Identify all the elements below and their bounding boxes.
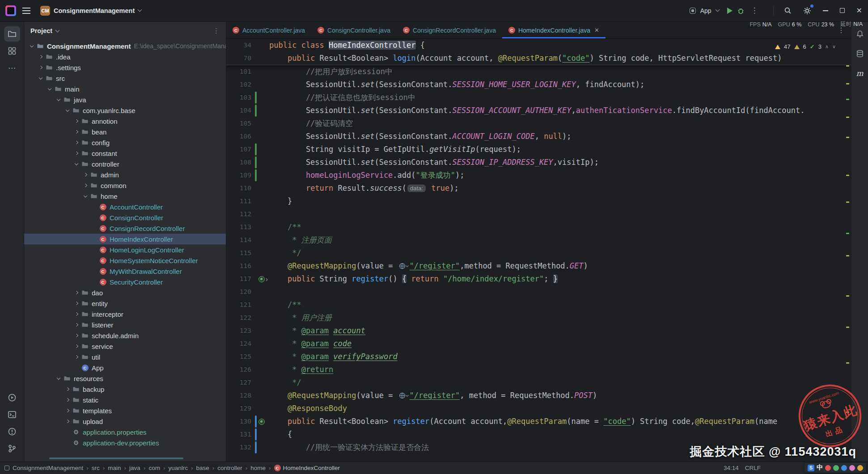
debug-button[interactable] [737, 7, 745, 14]
chevron-right-icon[interactable] [72, 152, 80, 155]
minimize-button[interactable] [817, 0, 834, 21]
code-line-70[interactable]: 70 public Result<Boolean> login(Account … [226, 52, 851, 65]
tree-item-bean[interactable]: bean [24, 126, 226, 137]
code-line-108[interactable]: 108 SessionUtil.set(SessionConstant.SESS… [226, 156, 851, 169]
tree-item-.idea[interactable]: .idea [24, 51, 226, 62]
chevron-right-icon[interactable] [72, 313, 80, 315]
tree-item-ConsignController[interactable]: CConsignController [24, 212, 226, 223]
tree-item-controller[interactable]: controller [24, 159, 226, 169]
breadcrumb-item[interactable]: yuanlrc [168, 465, 188, 471]
change-marker[interactable] [255, 92, 257, 104]
code-line-113[interactable]: 113 /** [226, 221, 851, 234]
tree-item-MyWithDrawalController[interactable]: CMyWithDrawalController [24, 266, 226, 277]
chevron-down-icon[interactable] [715, 8, 720, 12]
code-line-104[interactable]: 104 SessionUtil.set(SessionConstant.SESS… [226, 104, 851, 117]
url-globe-icon[interactable] [399, 263, 408, 269]
code-line-131[interactable]: 131 { [226, 428, 851, 441]
tree-item-listener[interactable]: listener [24, 319, 226, 330]
line-separator-widget[interactable]: CRLF [745, 465, 761, 471]
chevron-down-icon[interactable] [37, 78, 45, 79]
tree-item-AccountController[interactable]: CAccountController [24, 201, 226, 212]
tree-item-HomeSystemNoticeController[interactable]: CHomeSystemNoticeController [24, 255, 226, 266]
tree-item-backup[interactable]: backup [24, 384, 226, 394]
tree-item-constant[interactable]: constant [24, 148, 226, 159]
chevron-right-icon[interactable] [72, 345, 80, 348]
code-line-112[interactable]: 112 [226, 208, 851, 221]
chevron-down-icon[interactable] [64, 110, 72, 111]
tree-item-main[interactable]: main [24, 84, 226, 94]
code-line-117[interactable]: 117› public String register() { return "… [226, 273, 851, 285]
code-line-114[interactable]: 114 * 注册页面 [226, 234, 851, 247]
ime-logo[interactable]: S [808, 465, 814, 471]
tab-ConsignController.java[interactable]: CConsignController.java [311, 22, 397, 38]
chevron-right-icon[interactable] [37, 66, 45, 69]
input-method-bar[interactable]: S 中 [804, 463, 866, 473]
notifications-icon[interactable] [852, 26, 868, 42]
code-line-120[interactable]: 120 [226, 285, 851, 298]
tree-item-App[interactable]: CApp [24, 362, 226, 373]
chevron-right-icon[interactable] [64, 398, 72, 401]
spring-bean-icon[interactable] [258, 419, 265, 425]
tree-item-resources[interactable]: resources [24, 373, 226, 384]
run-config-name[interactable]: App [700, 7, 711, 14]
problems-icon[interactable] [4, 424, 20, 439]
code-line-128[interactable]: 128 @RequestMapping(value = "/register",… [226, 389, 851, 402]
code-line-116[interactable]: 116 @RequestMapping(value = "/register",… [226, 260, 851, 273]
database-icon[interactable] [852, 46, 868, 61]
chevron-right-icon[interactable] [37, 55, 45, 58]
chevron-right-icon[interactable] [72, 334, 80, 337]
code-line-107[interactable]: 107 String visitIp = GetIpUtil.getVisitI… [226, 143, 851, 156]
tree-item-static[interactable]: static [24, 394, 226, 405]
tab-HomeIndexController.java[interactable]: CHomeIndexController.java✕ [502, 22, 605, 38]
maximize-button[interactable] [834, 0, 851, 21]
code-editor[interactable]: 101 //把用户放到session中102 SessionUtil.set(S… [226, 65, 851, 461]
breadcrumb-item[interactable]: base [196, 465, 209, 471]
project-icon[interactable] [4, 26, 20, 42]
breadcrumb-item[interactable]: ConsignmentManagement [13, 465, 83, 471]
code-line-115[interactable]: 115 */ [226, 247, 851, 260]
tree-item-.settings[interactable]: .settings [24, 62, 226, 73]
code-line-130[interactable]: 130 public Result<Boolean> register(Acco… [226, 415, 851, 428]
tab-AccountController.java[interactable]: CAccountController.java [226, 22, 311, 38]
breadcrumb-item[interactable]: CHomeIndexController [274, 465, 340, 471]
change-marker[interactable] [255, 415, 257, 428]
tree-item-schedule.admin[interactable]: schedule.admin [24, 330, 226, 341]
spring-bean-icon[interactable] [258, 276, 265, 282]
code-line-122[interactable]: 122 * 用户注册 [226, 311, 851, 324]
change-marker[interactable] [255, 105, 257, 117]
code-line-109[interactable]: 109 homeLoginLogService.add("登录成功"); [226, 169, 851, 182]
chevron-right-icon[interactable] [72, 323, 80, 326]
tree-item-com.yuanlrc.base[interactable]: com.yuanlrc.base [24, 105, 226, 116]
chevron-right-icon[interactable] [72, 130, 80, 133]
more-icon[interactable]: ⋯ [4, 60, 20, 76]
inspections-widget[interactable]: 47 6 ✓ 3 ∧ ∨ [772, 42, 838, 51]
tree-item-application.properties[interactable]: ⚙application.properties [24, 427, 226, 437]
project-widget[interactable]: CM ConsignmentManagement [37, 4, 145, 17]
code-line-123[interactable]: 123 * @param account [226, 324, 851, 337]
tree-item-HomeIndexController[interactable]: CHomeIndexController [24, 234, 226, 244]
ime-tool-icon[interactable] [833, 465, 839, 471]
chevron-down-icon[interactable] [72, 164, 80, 165]
close-button[interactable]: ✕ [851, 0, 868, 21]
chevron-right-icon[interactable] [72, 141, 80, 144]
ime-mode[interactable]: 中 [817, 464, 823, 472]
chevron-right-icon[interactable] [64, 388, 72, 390]
tree-item-templates[interactable]: templates [24, 405, 226, 416]
code-line-105[interactable]: 105 //验证码清空 [226, 117, 851, 130]
tree-item-entity[interactable]: entity [24, 298, 226, 309]
search-everywhere-button[interactable] [778, 0, 797, 21]
code-line-101[interactable]: 101 //把用户放到session中 [226, 65, 851, 78]
chevron-right-icon[interactable] [72, 120, 80, 122]
tree-item-dao[interactable]: dao [24, 287, 226, 298]
caret-position[interactable]: 34:14 [724, 465, 739, 471]
main-menu-icon[interactable] [22, 8, 30, 14]
chevron-right-icon[interactable] [72, 302, 80, 305]
chevron-down-icon[interactable] [46, 88, 54, 90]
chevron-right-icon[interactable] [81, 173, 89, 176]
change-marker[interactable] [255, 428, 257, 440]
breadcrumb-item[interactable]: com [148, 465, 160, 471]
services-icon[interactable] [4, 390, 20, 405]
tree-item-config[interactable]: config [24, 137, 226, 148]
breadcrumb-item[interactable]: java [129, 465, 140, 471]
tree-item-java[interactable]: java [24, 94, 226, 105]
